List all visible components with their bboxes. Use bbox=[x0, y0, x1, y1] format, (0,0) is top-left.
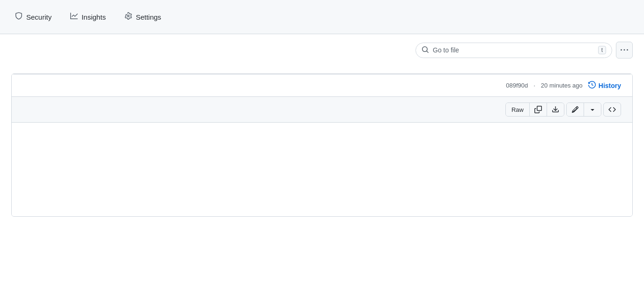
top-nav: Security Insights Settings bbox=[0, 0, 644, 34]
raw-button[interactable]: Raw bbox=[506, 103, 530, 116]
commit-hash: 089f90d bbox=[506, 82, 528, 89]
history-button[interactable]: History bbox=[588, 81, 621, 90]
file-actions-row: Raw bbox=[12, 97, 632, 123]
nav-insights-label: Insights bbox=[81, 13, 106, 21]
edit-dropdown-button[interactable] bbox=[584, 103, 601, 116]
code-view-button[interactable] bbox=[603, 103, 621, 117]
history-label: History bbox=[599, 82, 621, 89]
edit-button[interactable] bbox=[567, 103, 584, 116]
download-button[interactable] bbox=[547, 103, 564, 116]
graph-icon bbox=[70, 12, 78, 22]
content-section: 089f90d · 20 minutes ago History Raw bbox=[11, 73, 633, 217]
nav-item-settings[interactable]: Settings bbox=[117, 8, 169, 25]
commit-separator: · bbox=[533, 82, 535, 89]
more-options-button[interactable] bbox=[616, 42, 633, 59]
search-placeholder-text: Go to file bbox=[433, 46, 594, 54]
raw-actions-group: Raw bbox=[505, 103, 564, 117]
page-wrapper: Security Insights Settings bbox=[0, 0, 644, 217]
nav-settings-label: Settings bbox=[136, 13, 161, 21]
search-shortcut-key: t bbox=[598, 46, 606, 54]
history-icon bbox=[588, 81, 596, 90]
nav-item-insights[interactable]: Insights bbox=[63, 8, 113, 25]
copy-raw-button[interactable] bbox=[530, 103, 547, 116]
edit-group bbox=[566, 103, 601, 117]
commit-row: 089f90d · 20 minutes ago History bbox=[12, 74, 632, 97]
nav-security-label: Security bbox=[26, 13, 52, 21]
search-box[interactable]: Go to file t bbox=[415, 43, 612, 58]
commit-time: 20 minutes ago bbox=[541, 82, 583, 89]
search-icon bbox=[422, 46, 429, 55]
gear-icon bbox=[125, 12, 132, 22]
nav-item-security[interactable]: Security bbox=[7, 8, 59, 25]
shield-icon bbox=[15, 12, 22, 22]
toolbar-row: Go to file t bbox=[0, 34, 644, 66]
main-content-area bbox=[12, 123, 632, 216]
